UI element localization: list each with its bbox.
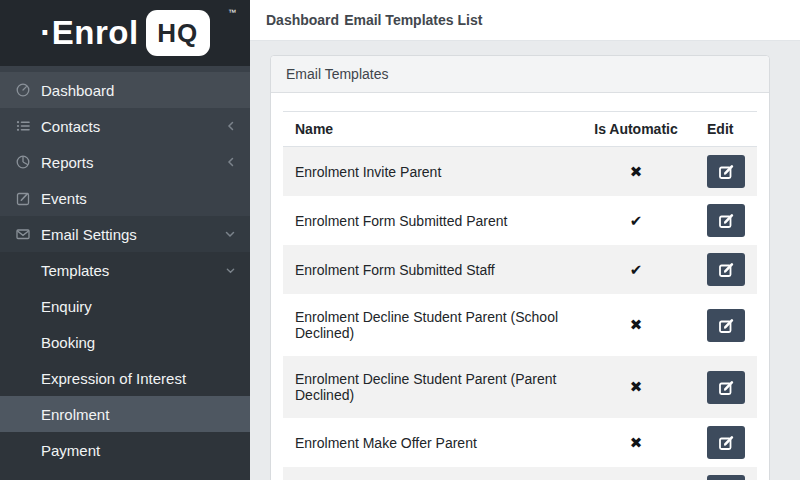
edit-cell	[695, 467, 757, 480]
column-header-name: Name	[283, 112, 577, 147]
pen-square-icon	[718, 434, 735, 451]
topbar: Dashboard Email Templates List	[250, 0, 800, 41]
sidebar-item-enrolment[interactable]: Enrolment	[0, 396, 250, 432]
column-header-is-automatic: Is Automatic	[577, 112, 695, 147]
content-area: Email Templates Name Is Automatic Edit E…	[250, 41, 800, 480]
is-automatic-cell: ✔	[577, 245, 695, 294]
email-templates-card: Email Templates Name Is Automatic Edit E…	[270, 55, 770, 480]
sidebar-item-expression-of-interest[interactable]: Expression of Interest	[0, 360, 250, 396]
sidebar-item-label: Expression of Interest	[41, 370, 186, 387]
table-row: Enrolment Form Submitted Staff ✔	[283, 245, 757, 294]
column-header-edit: Edit	[695, 112, 757, 147]
edit-cell	[695, 418, 757, 467]
pen-square-icon	[718, 212, 735, 229]
sidebar-item-label: Dashboard	[41, 82, 114, 99]
table-row: Enrolment Decline Student Parent (School…	[283, 294, 757, 356]
template-name-cell: Enrolment Decline Student Parent (Parent…	[283, 356, 577, 418]
sidebar-menu: Dashboard Contacts	[0, 66, 250, 480]
sidebar-item-label: Reports	[41, 154, 94, 171]
edit-button[interactable]	[707, 309, 745, 342]
card-body: Name Is Automatic Edit Enrolment Invite …	[271, 93, 769, 480]
sidebar-item-dashboard[interactable]: Dashboard	[0, 72, 250, 108]
card-title: Email Templates	[286, 66, 388, 82]
sidebar-item-label: Enrolment	[41, 406, 109, 423]
edit-button[interactable]	[707, 475, 745, 480]
pen-square-icon	[718, 261, 735, 278]
sidebar-item-payment[interactable]: Payment	[0, 432, 250, 468]
is-automatic-symbol: ✖	[630, 378, 643, 396]
breadcrumb: Dashboard Email Templates List	[266, 12, 482, 28]
edit-square-icon	[14, 190, 32, 206]
chevron-down-icon	[225, 266, 236, 275]
sidebar-submenu: Templates Enquiry Booking Expression of …	[0, 252, 250, 480]
breadcrumb-dashboard[interactable]: Dashboard	[266, 12, 339, 28]
edit-cell	[695, 294, 757, 356]
template-name-cell: Enrolment Form Submitted Parent	[283, 196, 577, 245]
is-automatic-symbol: ✖	[630, 316, 643, 334]
sidebar-item-booking[interactable]: Booking	[0, 324, 250, 360]
table-header: Name Is Automatic Edit	[283, 112, 757, 147]
edit-button[interactable]	[707, 371, 745, 404]
sidebar-item-label: Payment	[41, 442, 100, 459]
is-automatic-symbol: ✖	[630, 163, 643, 181]
sidebar-item-label: Enquiry	[41, 298, 92, 315]
card-header: Email Templates	[271, 56, 769, 93]
edit-cell	[695, 196, 757, 245]
template-name-cell: Enrolment Invite Parent	[283, 147, 577, 197]
pen-square-icon	[718, 163, 735, 180]
table-row: Enrolment Form Submitted Parent ✔	[283, 196, 757, 245]
brand-badge: HQ	[146, 10, 210, 56]
is-automatic-symbol: ✔	[630, 261, 643, 279]
table-row: Enrolment Decline Student Parent (Parent…	[283, 356, 757, 418]
is-automatic-cell: ✖	[577, 294, 695, 356]
is-automatic-cell: ✔	[577, 467, 695, 480]
sidebar-item-email-settings[interactable]: Email Settings	[0, 216, 250, 252]
sidebar-item-label: Events	[41, 190, 87, 207]
is-automatic-symbol: ✔	[630, 212, 643, 230]
pen-square-icon	[718, 379, 735, 396]
template-name-cell: Enrolment Decline Student Parent (School…	[283, 294, 577, 356]
main-area: Dashboard Email Templates List Email Tem…	[250, 0, 800, 480]
table-body: Enrolment Invite Parent ✖ Enrolment Form…	[283, 147, 757, 480]
pie-chart-icon	[14, 154, 32, 170]
edit-button[interactable]	[707, 253, 745, 286]
table-row: Enrolment Make Offer Parent ✖	[283, 418, 757, 467]
edit-button[interactable]	[707, 155, 745, 188]
sidebar: ·Enrol HQ ™ Dashboard	[0, 0, 250, 480]
edit-button[interactable]	[707, 204, 745, 237]
envelope-icon	[14, 226, 32, 242]
sidebar-item-reports[interactable]: Reports	[0, 144, 250, 180]
gauge-icon	[14, 82, 32, 98]
is-automatic-cell: ✖	[577, 418, 695, 467]
sidebar-item-label: Booking	[41, 334, 95, 351]
sidebar-item-templates[interactable]: Templates	[0, 252, 250, 288]
brand-logo[interactable]: ·Enrol HQ ™	[0, 0, 250, 66]
trademark-symbol: ™	[228, 8, 236, 17]
brand-name: ·Enrol	[40, 14, 138, 52]
table-row: Enrolment Invite Parent ✖	[283, 147, 757, 197]
edit-button[interactable]	[707, 426, 745, 459]
email-templates-table: Name Is Automatic Edit Enrolment Invite …	[283, 111, 757, 480]
chevron-down-icon	[224, 229, 236, 239]
edit-cell	[695, 356, 757, 418]
sidebar-item-events[interactable]: Events	[0, 180, 250, 216]
sidebar-item-label: Contacts	[41, 118, 100, 135]
chevron-left-icon	[226, 156, 236, 168]
sidebar-item-label: Templates	[41, 262, 109, 279]
is-automatic-cell: ✖	[577, 356, 695, 418]
table-row: Enrolment Paid Parent ✔	[283, 467, 757, 480]
template-name-cell: Enrolment Paid Parent	[283, 467, 577, 480]
sidebar-item-enquiry[interactable]: Enquiry	[0, 288, 250, 324]
breadcrumb-email-templates-list[interactable]: Email Templates List	[344, 12, 482, 28]
is-automatic-symbol: ✖	[630, 434, 643, 452]
pen-square-icon	[718, 317, 735, 334]
template-name-cell: Enrolment Make Offer Parent	[283, 418, 577, 467]
is-automatic-cell: ✖	[577, 147, 695, 197]
sidebar-item-label: Email Settings	[41, 226, 137, 243]
edit-cell	[695, 245, 757, 294]
sidebar-item-contacts[interactable]: Contacts	[0, 108, 250, 144]
template-name-cell: Enrolment Form Submitted Staff	[283, 245, 577, 294]
list-icon	[14, 118, 32, 134]
app-window: ·Enrol HQ ™ Dashboard	[0, 0, 800, 480]
edit-cell	[695, 147, 757, 197]
